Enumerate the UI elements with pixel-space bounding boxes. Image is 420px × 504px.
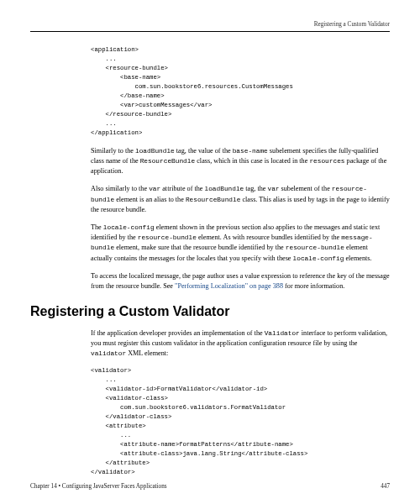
text: If the application developer provides an… [91, 329, 265, 337]
footer-chapter: Chapter 14 • Configuring JavaServer Face… [30, 482, 167, 491]
text: elements. [344, 255, 371, 262]
inline-code: resource-bundle [138, 234, 197, 241]
inline-code: base-name [233, 148, 268, 155]
inline-code: ResourceBundle [140, 158, 196, 165]
text: element is an alias to the [114, 196, 186, 203]
footer-page-number: 447 [381, 482, 390, 491]
inline-code: locale-config [293, 255, 344, 262]
text: subelement of the [280, 185, 332, 192]
header-rule [30, 31, 390, 32]
inline-code: locale-config [103, 224, 155, 231]
paragraph-4: To access the localized message, the pag… [91, 271, 390, 291]
text: XML element: [126, 349, 168, 357]
text: The [91, 223, 103, 231]
inline-code: loadBundle [204, 186, 244, 192]
code-block-validator: <validator> ... <validator-id>FormatVali… [91, 366, 390, 476]
paragraph-1: Similarly to the loadBundle tag, the val… [91, 146, 390, 176]
inline-code: resources [309, 158, 344, 165]
text: element. As with resource bundles identi… [197, 234, 341, 241]
text: element, make sure that the resource bun… [114, 244, 286, 251]
inline-code: validator [91, 350, 126, 357]
inline-code: var [267, 186, 279, 192]
inline-code: loadBundle [135, 148, 175, 155]
inline-code: var [149, 186, 160, 192]
text: tag, the [244, 185, 267, 192]
paragraph-3: The locale-config element shown in the p… [91, 223, 390, 264]
paragraph-5: If the application developer provides an… [91, 328, 390, 359]
text: Also similarly to the [91, 185, 149, 192]
inline-code: Validator [265, 330, 300, 337]
text: attribute of the [160, 185, 204, 192]
text: Similarly to the [91, 147, 135, 155]
inline-code: resource-bundle [286, 244, 344, 251]
text: class, which in this case is located in … [195, 157, 309, 165]
page-footer: Chapter 14 • Configuring JavaServer Face… [30, 482, 390, 491]
inline-code: ResourceBundle [186, 197, 241, 203]
text: for more information. [283, 282, 344, 290]
paragraph-2: Also similarly to the var attribute of t… [91, 184, 390, 214]
cross-reference-link[interactable]: "Performing Localization" on page 388 [175, 282, 283, 290]
running-head: Registering a Custom Validator [30, 20, 390, 29]
code-block-application: <application> ... <resource-bundle> <bas… [91, 45, 390, 137]
text: tag, the value of the [175, 147, 233, 155]
section-heading: Registering a Custom Validator [30, 302, 390, 321]
